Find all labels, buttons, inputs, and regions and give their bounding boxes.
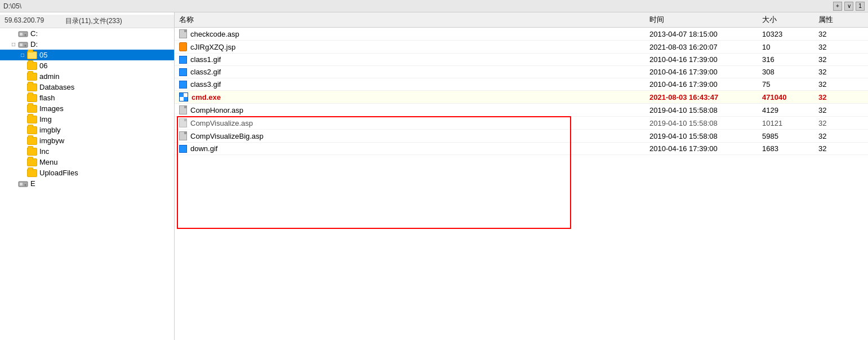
file-row-cmd[interactable]: cmd.exe 2021-08-03 16:43:47 471040 32 [175,91,868,104]
file-attr: 32 [818,144,863,153]
tree-item-d[interactable]: □ D: [0,39,174,50]
file-row[interactable]: checkcode.asp 2013-04-07 18:15:00 10323 … [175,28,868,41]
file-time-cmd: 2021-08-03 16:43:47 [649,93,762,101]
tree-label-flash: flash [39,94,55,102]
expand-button[interactable]: ∨ [844,2,853,11]
file-name: CompVisualizeBig.asp [190,132,264,140]
file-time: 2019-04-10 15:58:08 [649,132,762,140]
tree-label-admin: admin [39,72,59,81]
dir-info: 目录(11),文件(233) [65,16,170,26]
folder-menu-icon [27,158,37,166]
folder-05-icon [27,51,37,59]
svg-rect-4 [20,43,23,46]
tree-label-e: E [30,179,35,188]
file-size: 10121 [762,119,818,127]
file-row[interactable]: class3.gif 2010-04-16 17:39:00 75 32 [175,78,868,91]
expand-d-icon: □ [9,41,18,47]
tree-item-imgbyw[interactable]: imgbyw [0,135,174,146]
header-attr: 属性 [818,15,863,25]
file-time: 2013-04-07 18:15:00 [649,30,762,38]
tree-item-imgbly[interactable]: imgbly [0,125,174,135]
file-name: class2.gif [190,68,221,76]
tree-label-img: Img [39,115,52,123]
server-ip: 59.63.200.79 [5,16,61,26]
file-name-cell: CompVisualizeBig.asp [179,131,649,140]
folder-images-icon [27,105,37,113]
file-name-cmd: cmd.exe [192,93,221,101]
folder-img-icon [27,116,37,123]
file-name-cell: class2.gif [179,68,649,76]
tree-item-c[interactable]: C: [0,28,174,39]
tree-item-images[interactable]: Images [0,103,174,114]
tree-label-imgbly: imgbly [39,126,61,134]
folder-flash-icon [27,94,37,102]
folder-imgbyw-icon [27,137,37,145]
asp-icon [179,29,187,38]
file-name: class1.gif [190,55,221,64]
tree-label-05: 05 [39,51,47,59]
tree-item-uploadfiles[interactable]: UploadFiles [0,167,174,178]
tree-label-images: Images [39,104,64,113]
tree-label-databases: Databases [39,83,74,91]
right-panel: 名称 时间 大小 属性 checkcode.asp 2013-04-07 18:… [175,12,868,340]
title-buttons[interactable]: + ∨ 1 [833,2,865,11]
file-row[interactable]: CompVisualize.asp 2019-04-10 15:58:08 10… [175,117,868,130]
title-path: D:\05\ [3,2,21,10]
file-attr: 32 [818,106,863,114]
file-name-cell: CompVisualize.asp [179,118,649,127]
left-panel: 59.63.200.79 目录(11),文件(233) C: □ D: □ [0,12,175,340]
file-time: 2010-04-16 17:39:00 [649,55,762,64]
file-name: checkcode.asp [190,30,239,38]
tree-item-06[interactable]: 06 [0,60,174,71]
file-attr: 32 [818,43,863,51]
file-row[interactable]: cJIRgXZQ.jsp 2021-08-03 16:20:07 10 32 [175,41,868,54]
gif-icon [179,56,187,64]
file-time: 2019-04-10 15:58:08 [649,119,762,127]
tree-label-imgbyw: imgbyw [39,136,64,145]
file-row[interactable]: CompVisualizeBig.asp 2019-04-10 15:58:08… [175,130,868,143]
main-container: 59.63.200.79 目录(11),文件(233) C: □ D: □ [0,12,868,340]
folder-imgbly-icon [27,126,37,134]
asp-icon [179,105,187,114]
file-time: 2010-04-16 17:39:00 [649,68,762,76]
tree-label-menu: Menu [39,158,58,166]
tree-label-inc: Inc [39,147,49,156]
file-name-cell: class1.gif [179,55,649,64]
plus-button[interactable]: + [833,2,842,11]
svg-point-8 [25,184,26,186]
tree-label-c: C: [30,29,38,38]
file-row[interactable]: CompHonor.asp 2019-04-10 15:58:08 4129 3… [175,104,868,117]
tree-item-img[interactable]: Img [0,114,174,125]
file-name-cell: cmd.exe [179,92,649,101]
number-button[interactable]: 1 [856,2,865,11]
tree-item-admin[interactable]: admin [0,71,174,82]
tree-item-flash[interactable]: flash [0,92,174,103]
tree-item-menu[interactable]: Menu [0,157,174,167]
tree-item-databases[interactable]: Databases [0,82,174,92]
file-row[interactable]: class2.gif 2010-04-16 17:39:00 308 32 [175,66,868,78]
file-attr: 32 [818,80,863,89]
file-attr: 32 [818,30,863,38]
exe-icon [179,92,188,101]
gif-icon [179,145,187,153]
tree-item-05[interactable]: □ 05 [0,50,174,60]
tree-item-e[interactable]: E [0,178,174,189]
file-size: 1683 [762,144,818,153]
file-time: 2021-08-03 16:20:07 [649,43,762,51]
tree-item-inc[interactable]: Inc [0,146,174,157]
file-time: 2010-04-16 17:39:00 [649,80,762,89]
file-name: cJIRgXZQ.jsp [190,43,235,51]
file-row[interactable]: class1.gif 2010-04-16 17:39:00 316 32 [175,54,868,66]
svg-point-5 [25,45,26,46]
gif-icon [179,68,187,76]
svg-point-2 [25,34,26,36]
file-time: 2010-04-16 17:39:00 [649,144,762,153]
file-row[interactable]: down.gif 2010-04-16 17:39:00 1683 32 [175,143,868,155]
file-name: CompVisualize.asp [190,119,253,127]
drive-d-icon [18,41,28,48]
asp-icon [179,131,187,140]
drive-e-icon [18,180,28,188]
expand-05-icon: □ [18,52,27,58]
file-attr: 32 [818,119,863,127]
file-attr: 32 [818,55,863,64]
